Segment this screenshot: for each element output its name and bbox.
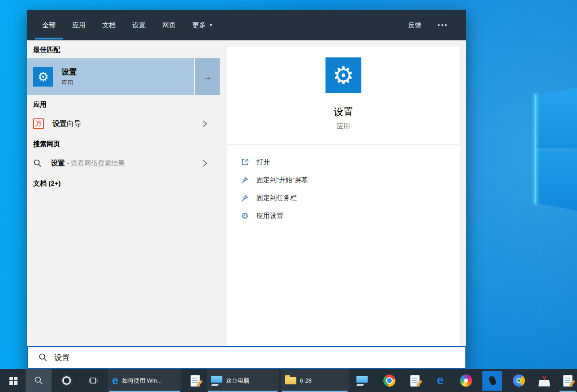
search-box[interactable] xyxy=(27,346,466,369)
search-icon xyxy=(33,159,42,168)
tab-all[interactable]: 全部 xyxy=(42,10,56,40)
search-input[interactable] xyxy=(54,353,465,362)
tab-web[interactable]: 网页 xyxy=(162,10,176,40)
chevron-right-icon[interactable] xyxy=(202,119,208,128)
tab-more-label: 更多 xyxy=(192,21,206,30)
action-label: 固定到任务栏 xyxy=(256,194,297,202)
action-pin-to-taskbar[interactable]: 固定到任务栏 xyxy=(227,189,460,207)
action-label: 固定到“开始”屏幕 xyxy=(256,176,308,184)
edge-icon: e xyxy=(437,375,443,387)
wizard-app-icon: 万 xyxy=(33,118,44,129)
edge-icon: e xyxy=(112,375,118,386)
taskbar-mouse-settings-button[interactable] xyxy=(480,369,504,392)
tab-documents[interactable]: 文档 xyxy=(102,10,116,40)
tab-apps[interactable]: 应用 xyxy=(72,10,86,40)
taskbar-edge-window[interactable]: e 如何使用 Win... xyxy=(108,369,181,392)
cortana-button[interactable] xyxy=(54,369,79,392)
feedback-button[interactable]: 反馈 xyxy=(408,21,421,30)
taskbar-folder-window[interactable]: 6-28 xyxy=(281,369,349,392)
start-button[interactable] xyxy=(4,369,23,392)
mouse-settings-icon xyxy=(482,371,502,391)
tab-more[interactable]: 更多 ▼ xyxy=(192,10,213,40)
result-label-dim: - 查看网络搜索结果 xyxy=(65,159,125,167)
taskbar-notepad-window[interactable] xyxy=(558,369,577,392)
best-match-title: 设置 xyxy=(61,67,77,77)
filter-tabs: 全部 应用 文档 设置 网页 更多 ▼ xyxy=(42,10,213,40)
action-list: 打开 固定到“开始”屏幕 固定到任务栏 ⚙ xyxy=(227,153,460,225)
taskbar-this-pc-window[interactable]: 这台电脑 xyxy=(207,369,279,392)
action-label: 打开 xyxy=(256,158,270,166)
taskbar-pinwheel-app-button[interactable] xyxy=(455,369,477,392)
taskbar-edge-button[interactable]: e xyxy=(429,369,451,392)
browser-app-icon xyxy=(513,375,525,387)
pinwheel-app-icon xyxy=(460,375,472,387)
gear-glyph: ⚙ xyxy=(333,61,354,90)
settings-gear-icon-large: ⚙ xyxy=(325,57,361,93)
pin-icon xyxy=(240,193,249,202)
preview-divider xyxy=(227,144,460,145)
gear-glyph: ⚙ xyxy=(241,212,248,220)
notepad-icon xyxy=(410,375,420,387)
search-filter-header: 全部 应用 文档 设置 网页 更多 ▼ 反馈 ••• xyxy=(27,10,466,40)
action-pin-to-start[interactable]: 固定到“开始”屏幕 xyxy=(227,171,460,189)
folder-icon xyxy=(285,377,296,384)
best-match-subtitle: 应用 xyxy=(61,79,77,87)
this-pc-window-title: 这台电脑 xyxy=(226,377,249,385)
result-label-bold: 设置 xyxy=(51,159,65,167)
dictionary-glyph: Y xyxy=(538,374,551,382)
result-web-search[interactable]: 设置 - 查看网络搜索结果 xyxy=(27,152,227,174)
windows-logo-icon xyxy=(9,377,17,385)
windows-logo-bottom-pane xyxy=(536,151,577,211)
task-view-icon xyxy=(88,376,98,385)
taskbar-computer-button[interactable] xyxy=(350,369,373,392)
best-match-result[interactable]: ⚙ 设置 应用 → xyxy=(27,58,220,95)
result-settings-wizard[interactable]: 万 设置向导 xyxy=(27,113,227,135)
action-app-settings[interactable]: ⚙ 应用设置 xyxy=(227,207,460,225)
computer-icon xyxy=(211,376,222,383)
cortana-icon xyxy=(62,376,71,385)
action-open[interactable]: 打开 xyxy=(227,153,460,171)
expand-result-button[interactable]: → xyxy=(194,58,220,95)
gear-glyph: ⚙ xyxy=(37,70,48,84)
arrow-right-icon: → xyxy=(203,72,212,82)
header-right-group: 反馈 ••• xyxy=(408,10,448,40)
search-flyout: 全部 应用 文档 设置 网页 更多 ▼ 反馈 ••• 最佳匹配 ⚙ xyxy=(27,10,466,369)
tab-settings[interactable]: 设置 xyxy=(132,10,146,40)
launch-icon xyxy=(240,157,249,166)
result-label: 设置 - 查看网络搜索结果 xyxy=(51,159,125,168)
dictionary-box-icon: Y xyxy=(538,375,551,387)
pin-icon xyxy=(240,175,249,184)
windows-logo-top-pane xyxy=(536,88,577,148)
taskbar-notepad-button[interactable] xyxy=(185,369,205,392)
settings-gear-icon: ⚙ xyxy=(33,67,53,87)
taskbar-chrome-button[interactable] xyxy=(378,369,400,392)
taskbar-notes-button[interactable] xyxy=(404,369,425,392)
result-label: 设置向导 xyxy=(52,119,81,129)
docs-section-header: 文档 (2+) xyxy=(33,179,227,188)
taskbar: e 如何使用 Win... 这台电脑 6-28 e xyxy=(0,369,577,392)
search-icon xyxy=(34,376,43,385)
chrome-icon xyxy=(383,375,395,387)
taskbar-browser-app-button[interactable] xyxy=(507,369,530,392)
chevron-right-icon[interactable] xyxy=(202,159,208,168)
preview-app-title: 设置 xyxy=(227,105,460,119)
search-icon xyxy=(39,353,48,362)
result-label-rest: 向导 xyxy=(67,120,81,127)
edge-window-title: 如何使用 Win... xyxy=(122,377,162,385)
notepad-icon xyxy=(191,375,200,387)
search-results-body: 最佳匹配 ⚙ 设置 应用 → 应用 万 xyxy=(27,40,466,346)
taskbar-search-button[interactable] xyxy=(26,369,52,392)
taskbar-dictionary-button[interactable]: Y xyxy=(533,369,556,392)
apps-section-header: 应用 xyxy=(33,100,227,109)
task-view-button[interactable] xyxy=(81,369,104,392)
best-match-header: 最佳匹配 xyxy=(33,46,227,54)
web-section-header: 搜索网页 xyxy=(33,140,227,148)
more-options-icon[interactable]: ••• xyxy=(438,22,448,29)
result-label-bold: 设置 xyxy=(52,120,67,127)
preview-app-type: 应用 xyxy=(227,122,460,131)
computer-icon xyxy=(356,376,368,383)
preview-panel: ⚙ 设置 应用 打开 固定到“开始”屏幕 xyxy=(227,47,460,346)
folder-window-title: 6-28 xyxy=(300,377,312,384)
wizard-glyph: 万 xyxy=(35,120,42,128)
best-match-main[interactable]: ⚙ 设置 应用 xyxy=(27,58,194,95)
